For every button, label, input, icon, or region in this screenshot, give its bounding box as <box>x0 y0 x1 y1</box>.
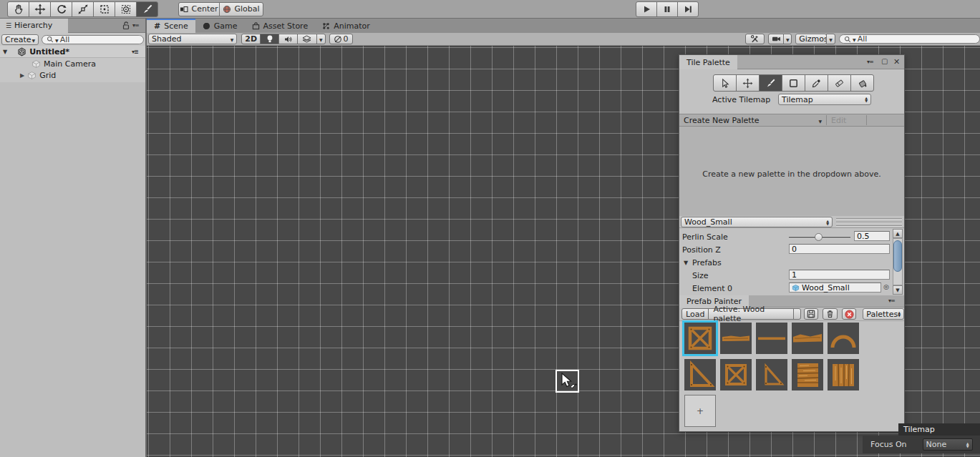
move-selection-button[interactable] <box>736 74 760 92</box>
list-item[interactable]: Main Camera <box>0 58 145 69</box>
shading-mode-dropdown[interactable]: Shaded <box>148 34 237 44</box>
create-dropdown[interactable]: Create <box>1 34 39 45</box>
hand-icon <box>13 4 24 15</box>
delete-palette-button[interactable] <box>823 308 837 320</box>
hand-tool-button[interactable] <box>7 1 29 17</box>
active-tilemap-label: Active Tilemap <box>712 95 770 104</box>
move-tool-button[interactable] <box>29 1 51 17</box>
window-menu-icon[interactable]: ▾≡ <box>867 59 873 65</box>
brush-tool-button[interactable] <box>136 1 158 17</box>
tab-scene[interactable]: # Scene <box>147 19 195 33</box>
fill-tool-button[interactable] <box>850 74 874 92</box>
pivot-center-button[interactable]: Center <box>178 2 220 16</box>
tile-plank-wide[interactable] <box>792 323 823 354</box>
foldout-closed-icon[interactable]: ▶ <box>20 72 24 79</box>
palettes-dropdown[interactable]: Palettes <box>863 308 904 320</box>
tile-plank-thin[interactable] <box>756 323 787 354</box>
tab-hierarchy[interactable]: ☰ Hierarchy <box>0 19 68 33</box>
brush-dropdown[interactable]: Wood_Small <box>681 217 833 227</box>
rotate-tool-button[interactable] <box>50 1 72 17</box>
scale-tool-button[interactable] <box>72 1 94 17</box>
effects-dropdown-button[interactable] <box>316 34 326 44</box>
palette-selector-dropdown[interactable]: Create New Palette <box>679 116 826 125</box>
tab-animator[interactable]: Animator <box>315 19 377 33</box>
tab-game[interactable]: Game <box>195 19 245 33</box>
size-field[interactable]: 1 <box>789 270 890 280</box>
prefabs-foldout-icon[interactable]: ▼ <box>684 260 688 266</box>
gizmos-dropdown-arrow[interactable] <box>826 34 835 44</box>
tile-planks-horizontal[interactable] <box>792 359 823 390</box>
hierarchy-search-input[interactable]: All <box>42 35 144 44</box>
edit-palette-button[interactable]: Edit <box>831 116 846 125</box>
lock-icon[interactable] <box>122 21 130 30</box>
clear-palette-button[interactable] <box>842 308 856 320</box>
maximize-icon[interactable]: ▢ <box>881 57 888 65</box>
pause-button[interactable] <box>656 1 678 17</box>
paint-tool-button[interactable] <box>759 74 782 92</box>
foldout-open-icon[interactable]: ▼ <box>3 49 7 55</box>
transform-tool-button[interactable] <box>115 1 137 17</box>
tile-crate-x-2[interactable] <box>720 359 752 390</box>
hidden-objects-button[interactable]: 0 <box>329 34 353 44</box>
gizmos-dropdown[interactable]: Gizmos <box>795 34 827 44</box>
search-icon <box>844 36 851 43</box>
paint-bucket-icon <box>857 78 868 89</box>
perlin-scale-slider-thumb[interactable] <box>815 233 823 241</box>
tile-plank-rough[interactable] <box>720 323 752 354</box>
step-button[interactable] <box>677 1 699 17</box>
game-icon <box>203 22 210 30</box>
active-palette-button[interactable]: Active: Wood palette <box>708 308 793 320</box>
panel-menu-icon[interactable]: ▾≡ <box>888 298 895 304</box>
tile-crate-x[interactable] <box>684 323 716 354</box>
add-prefab-button[interactable]: + <box>684 395 716 427</box>
rotation-global-button[interactable]: Global <box>219 2 263 16</box>
tile-ramp-large[interactable] <box>684 359 716 390</box>
audio-toggle-button[interactable] <box>278 34 298 44</box>
scene-tools-button[interactable] <box>745 34 765 44</box>
lighting-toggle-button[interactable] <box>260 34 279 44</box>
prefab-painter-toolbar: Load Active: Wood palette Palettes <box>679 308 904 321</box>
perlin-scale-field[interactable]: 0.5 <box>854 231 890 241</box>
camera-dropdown-button[interactable] <box>783 34 792 44</box>
position-z-field[interactable]: 0 <box>789 244 890 254</box>
tile-palette-titlebar[interactable]: Tile Palette ▾≡ ▢ ✕ <box>679 55 904 69</box>
list-item[interactable]: ▶ Grid <box>0 69 145 81</box>
gizmos-label: Gizmos <box>799 34 828 44</box>
save-palette-button[interactable] <box>804 308 818 320</box>
scale-icon <box>77 4 89 15</box>
element0-object-field[interactable]: Wood_Small <box>789 282 881 293</box>
effects-toggle-button[interactable] <box>297 34 317 44</box>
hierarchy-panel: ☰ Hierarchy ▾≡ Create All ▼ Untitled* ▾≡ <box>0 19 145 457</box>
chevron-down-icon <box>829 34 833 44</box>
panel-menu-icon[interactable]: ▾≡ <box>132 22 139 29</box>
prefab-cube-icon <box>792 284 800 292</box>
box-fill-tool-button[interactable] <box>782 74 805 92</box>
scene-menu-icon[interactable]: ▾≡ <box>132 49 138 55</box>
object-picker-icon[interactable]: ◎ <box>883 283 889 290</box>
focus-on-dropdown[interactable]: None <box>923 438 973 451</box>
tile-planks-vertical[interactable] <box>828 359 859 390</box>
scene-camera-button[interactable] <box>768 34 784 44</box>
tile-arch[interactable] <box>828 323 859 354</box>
tab-asset-store[interactable]: Asset Store <box>245 19 316 33</box>
close-icon[interactable]: ✕ <box>893 57 900 67</box>
select-tool-button[interactable] <box>713 74 737 92</box>
tile-ramp-small[interactable] <box>756 359 787 390</box>
scene-header-row[interactable]: ▼ Untitled* ▾≡ <box>0 46 145 58</box>
toggle-2d-label: 2D <box>245 34 257 44</box>
create-label: Create <box>5 35 31 44</box>
rect-tool-button[interactable] <box>93 1 115 17</box>
scrollbar-thumb[interactable] <box>893 240 902 272</box>
scroll-down-button[interactable]: ▼ <box>893 285 903 295</box>
pick-tool-button[interactable] <box>805 74 828 92</box>
tab-tile-palette[interactable]: Tile Palette <box>679 55 737 69</box>
splitter-grip[interactable] <box>836 218 902 227</box>
active-tilemap-value: Tilemap <box>782 95 813 104</box>
load-button[interactable]: Load <box>681 308 709 320</box>
scroll-up-button[interactable]: ▲ <box>893 229 903 238</box>
active-tilemap-dropdown[interactable]: Tilemap <box>778 94 871 105</box>
scene-search-input[interactable]: All <box>839 34 980 44</box>
erase-tool-button[interactable] <box>828 74 851 92</box>
play-button[interactable] <box>636 1 657 17</box>
toggle-2d-button[interactable]: 2D <box>241 34 261 44</box>
